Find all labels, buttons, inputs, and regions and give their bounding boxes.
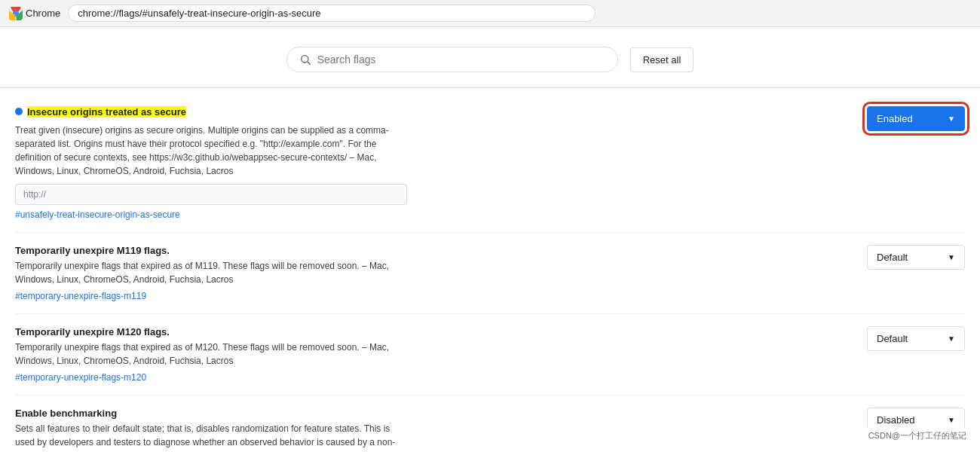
flag-link-unexpire-m120[interactable]: #temporary-unexpire-flags-m120 (15, 372, 844, 383)
flag-item-insecure-origins: Insecure origins treated as secure Treat… (15, 94, 965, 233)
flag-dropdown-default-m120[interactable]: Default ▼ (867, 326, 965, 351)
flags-container: Insecure origins treated as secure Treat… (0, 94, 980, 452)
chrome-label: Chrome (9, 7, 60, 20)
flag-item-benchmarking: Enable benchmarking Sets all features to… (15, 396, 965, 452)
flag-description-unexpire-m119: Temporarily unexpire flags that expired … (15, 259, 407, 286)
flag-title-row: Insecure origins treated as secure (15, 106, 844, 121)
address-bar: Chrome chrome://flags/#unsafely-treat-in… (0, 0, 980, 27)
svg-point-1 (301, 56, 308, 63)
flag-title-benchmarking: Enable benchmarking (15, 408, 844, 419)
flag-link-insecure-origins[interactable]: #unsafely-treat-insecure-origin-as-secur… (15, 209, 844, 220)
chrome-text: Chrome (26, 8, 60, 19)
flag-item-unexpire-m120: Temporarily unexpire M120 flags. Tempora… (15, 314, 965, 396)
flag-title-insecure-origins: Insecure origins treated as secure (27, 106, 186, 118)
chevron-down-icon: ▼ (948, 334, 955, 343)
svg-line-2 (308, 62, 311, 65)
flag-input-area (15, 184, 407, 205)
flag-content-insecure-origins: Insecure origins treated as secure Treat… (15, 106, 844, 220)
flag-control-unexpire-m120: Default ▼ (859, 326, 965, 351)
flag-control-insecure-origins: Enabled ▼ (859, 106, 965, 131)
flag-control-unexpire-m119: Default ▼ (859, 245, 965, 270)
search-area: Reset all (0, 39, 980, 87)
watermark: CSDN@一个打工仔的笔记 (862, 427, 972, 444)
chevron-down-icon: ▼ (948, 416, 955, 424)
flag-description-unexpire-m120: Temporarily unexpire flags that expired … (15, 341, 407, 368)
flag-content-unexpire-m120: Temporarily unexpire M120 flags. Tempora… (15, 326, 844, 383)
address-url-bar[interactable]: chrome://flags/#unsafely-treat-insecure-… (68, 5, 596, 22)
flag-dropdown-default-m119[interactable]: Default ▼ (867, 245, 965, 270)
flag-active-dot (15, 108, 23, 115)
reset-all-button[interactable]: Reset all (630, 47, 694, 72)
flag-link-unexpire-m119[interactable]: #temporary-unexpire-flags-m119 (15, 291, 844, 301)
chevron-down-icon: ▼ (948, 115, 955, 123)
search-box-container (286, 47, 618, 72)
flag-item-unexpire-m119: Temporarily unexpire M119 flags. Tempora… (15, 233, 965, 314)
chevron-down-icon: ▼ (948, 253, 955, 261)
search-input[interactable] (317, 53, 605, 66)
chrome-logo-icon (9, 7, 23, 20)
flag-title-unexpire-m119: Temporarily unexpire M119 flags. (15, 245, 844, 256)
flag-origin-input[interactable] (15, 184, 407, 205)
flag-content-benchmarking: Enable benchmarking Sets all features to… (15, 408, 844, 452)
flag-description-insecure-origins: Treat given (insecure) origins as secure… (15, 124, 407, 178)
flag-dropdown-enabled[interactable]: Enabled ▼ (867, 106, 965, 131)
main-content: Reset all Insecure origins treated as se… (0, 27, 980, 452)
flag-title-unexpire-m120: Temporarily unexpire M120 flags. (15, 326, 844, 337)
search-icon (299, 53, 311, 66)
section-divider (0, 87, 980, 88)
flag-description-benchmarking: Sets all features to their default state… (15, 422, 407, 452)
flag-content-unexpire-m119: Temporarily unexpire M119 flags. Tempora… (15, 245, 844, 301)
